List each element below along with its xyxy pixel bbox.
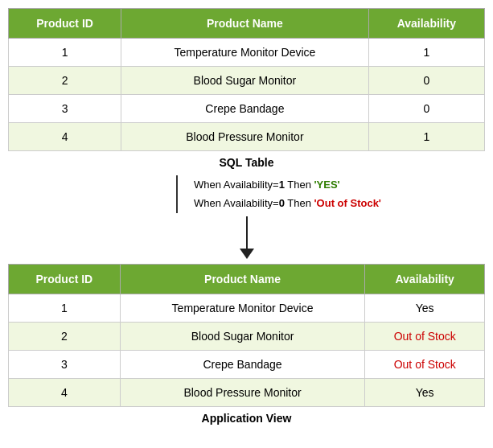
cell-id: 1 — [9, 39, 121, 67]
table-row: 3 Crepe Bandage Out of Stock — [9, 350, 485, 378]
cell-id: 2 — [9, 67, 121, 95]
col-header-id-1: Product ID — [9, 9, 121, 39]
table-row: 2 Blood Sugar Monitor 0 — [9, 67, 485, 95]
cell-avail: 0 — [368, 67, 484, 95]
table-row: 4 Blood Pressure Monitor Yes — [9, 378, 485, 406]
app-table: Product ID Product Name Availability 1 T… — [8, 264, 485, 407]
cell-name: Blood Sugar Monitor — [121, 67, 369, 95]
table-row: 1 Temperature Monitor Device Yes — [9, 294, 485, 322]
cell-id: 3 — [9, 95, 121, 123]
condition-block: When Availability=1 Then 'YES' When Avai… — [191, 175, 381, 213]
table-row: 1 Temperature Monitor Device 1 — [9, 39, 485, 67]
table-row: 2 Blood Sugar Monitor Out of Stock — [9, 322, 485, 350]
cell-name: Crepe Bandage — [120, 350, 365, 378]
cell-id: 2 — [9, 322, 121, 350]
col-header-name-2: Product Name — [120, 264, 365, 294]
down-arrow — [8, 216, 485, 259]
cell-avail: 1 — [368, 123, 484, 151]
col-header-avail-2: Availability — [365, 264, 485, 294]
col-header-avail-1: Availability — [368, 9, 484, 39]
cell-id: 4 — [9, 378, 121, 406]
cell-name: Temperature Monitor Device — [120, 294, 365, 322]
table-row: 3 Crepe Bandage 0 — [9, 95, 485, 123]
col-header-name-1: Product Name — [121, 9, 369, 39]
col-header-id-2: Product ID — [9, 264, 121, 294]
table-row: 4 Blood Pressure Monitor 1 — [9, 123, 485, 151]
cell-name: Blood Pressure Monitor — [120, 378, 365, 406]
cell-avail: Yes — [365, 294, 485, 322]
cell-avail: 1 — [368, 39, 484, 67]
cell-id: 1 — [9, 294, 121, 322]
cell-id: 3 — [9, 350, 121, 378]
cell-name: Crepe Bandage — [121, 95, 369, 123]
cell-name: Blood Pressure Monitor — [121, 123, 369, 151]
cell-avail: Yes — [365, 378, 485, 406]
app-view-caption: Application View — [202, 412, 292, 425]
sql-table-caption: SQL Table — [220, 156, 274, 169]
cell-id: 4 — [9, 123, 121, 151]
cell-name: Temperature Monitor Device — [121, 39, 369, 67]
cell-name: Blood Sugar Monitor — [120, 322, 365, 350]
sql-table-caption-wrapper: SQL Table — [8, 156, 485, 169]
cell-avail: Out of Stock — [365, 322, 485, 350]
cell-avail: Out of Stock — [365, 350, 485, 378]
sql-table: Product ID Product Name Availability 1 T… — [8, 8, 485, 151]
cell-avail: 0 — [368, 95, 484, 123]
app-view-caption-wrapper: Application View — [8, 412, 485, 425]
